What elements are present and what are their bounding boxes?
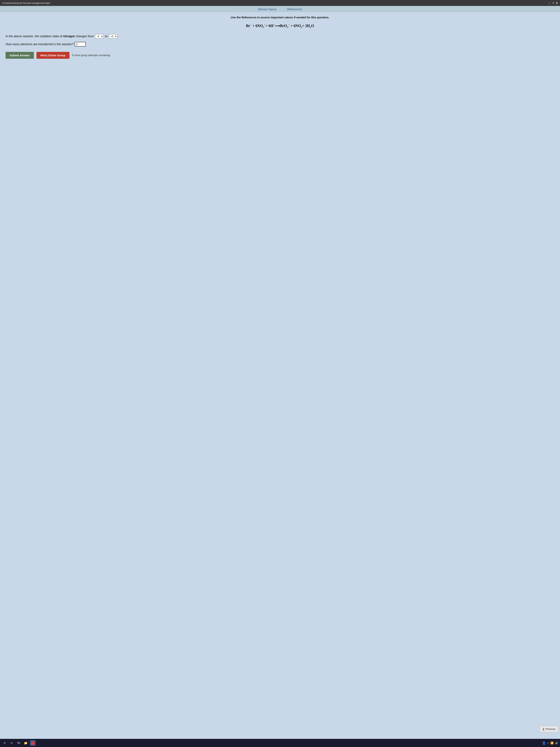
browser-menu-icon[interactable]: fi <box>556 1 558 5</box>
oxidation-from-dropdown[interactable]: -3 -2 -1 0 +1 +2 +3 <box>95 34 104 38</box>
taskbar-right: 👤 ∧ 📶 🔊 <box>542 741 558 745</box>
volume-icon[interactable]: 🔊 <box>555 742 558 744</box>
electrons-input[interactable] <box>75 42 86 47</box>
question2-row: How many electrons are transferred in th… <box>5 42 555 47</box>
chrome-icon[interactable]: ⬤ <box>30 740 35 746</box>
review-topics-link[interactable]: [Review Topics] <box>258 8 276 11</box>
to-label: to <box>105 35 107 38</box>
star-icon[interactable]: ☆ <box>548 2 550 4</box>
chemical-equation: Br− + 6NO3−+ 6H+⟶BrO3− + 6NO2+ 3H2O <box>5 23 555 29</box>
browser-icons: ☆ ↺ fi <box>548 1 558 5</box>
start-button[interactable]: ≡ <box>2 740 7 746</box>
refresh-icon[interactable]: ↺ <box>552 2 554 4</box>
equation-container: Br− + 6NO3−+ 6H+⟶BrO3− + 6NO2+ 3H2O <box>5 23 555 29</box>
taskbar: ≡ e 🛍 📁 ⬤ 👤 ∧ 📶 🔊 <box>0 739 560 747</box>
chevron-up-icon[interactable]: ∧ <box>547 742 549 744</box>
question1-middle: changes from <box>75 35 94 38</box>
browser-chrome: CovalentActivity.do?locator=assignment-t… <box>0 0 560 6</box>
attempts-text: 9 more group attempts remaining <box>72 54 110 57</box>
references-link[interactable]: [References] <box>287 8 302 11</box>
question-area: Use the References to access important v… <box>0 12 560 747</box>
submit-button[interactable]: Submit Answer <box>5 52 34 59</box>
question1-text: In the above reaction, the oxidation sta… <box>5 34 555 39</box>
oxidation-to-dropdown[interactable]: -3 -2 -1 0 +1 +2 +3 <box>109 34 117 38</box>
url-bar[interactable]: CovalentActivity.do?locator=assignment-t… <box>2 2 50 4</box>
taskbar-left: ≡ e 🛍 📁 ⬤ <box>2 740 35 746</box>
question1-prefix: In the above reaction, the oxidation sta… <box>5 35 63 38</box>
user-icon: 👤 <box>542 741 546 745</box>
question2-label: How many electrons are transferred in th… <box>5 43 74 46</box>
nitrogen-bold: nitrogen <box>63 35 75 38</box>
nav-links: [Review Topics] [References] <box>0 6 560 12</box>
previous-button[interactable]: ❮ Previous <box>540 726 558 732</box>
retry-button[interactable]: Retry Entire Group <box>36 52 70 59</box>
edge-icon[interactable]: e <box>9 740 15 746</box>
button-row: Submit Answer Retry Entire Group 9 more … <box>5 52 555 59</box>
reference-notice: Use the References to access important v… <box>5 16 555 19</box>
main-content: [Review Topics] [References] Use the Ref… <box>0 6 560 747</box>
store-icon[interactable]: 🛍 <box>16 740 22 746</box>
folder-icon[interactable]: 📁 <box>23 740 28 746</box>
network-icon: 📶 <box>550 742 554 744</box>
